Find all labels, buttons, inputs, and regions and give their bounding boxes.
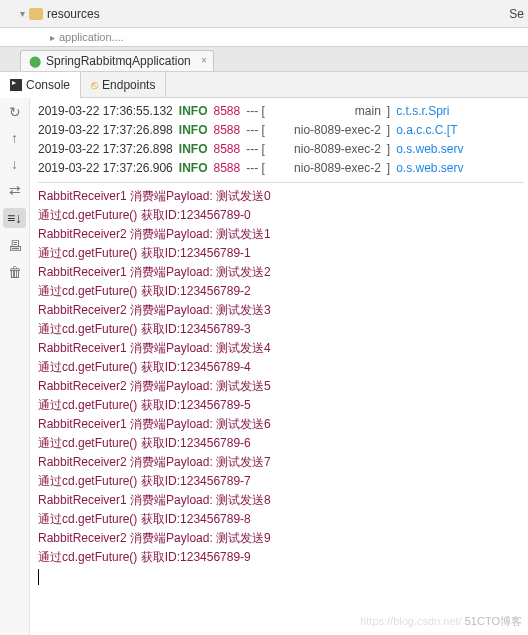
run-icon[interactable]: ↻ [9,104,21,120]
log-line: RabbitReceiver1 消费端Payload: 测试发送0 [38,187,524,206]
log-line: RabbitReceiver2 消费端Payload: 测试发送5 [38,377,524,396]
log-line: 2019-03-22 17:37:26.898 INFO 8588 --- [n… [38,121,524,140]
scroll-end-icon[interactable]: ≡↓ [3,208,26,228]
sub-file-label: application.... [59,31,124,43]
log-line: RabbitReceiver2 消费端Payload: 测试发送7 [38,453,524,472]
log-line: RabbitReceiver1 消费端Payload: 测试发送2 [38,263,524,282]
log-line: RabbitReceiver1 消费端Payload: 测试发送6 [38,415,524,434]
console-output[interactable]: 2019-03-22 17:36:55.132 INFO 8588 --- [m… [30,98,528,635]
resources-folder-node[interactable]: ▾ resources [20,7,100,21]
close-icon[interactable]: × [201,55,207,66]
text-cursor [38,569,39,585]
project-tree-header: ▾ resources Se [0,0,528,28]
log-line: 通过cd.getFuture() 获取ID:123456789-0 [38,206,524,225]
print-icon[interactable]: 🖶 [8,238,22,254]
log-line: 通过cd.getFuture() 获取ID:123456789-2 [38,282,524,301]
console-icon [10,79,22,91]
tool-window-tabs: Console ⎋ Endpoints [0,72,528,98]
log-line: RabbitReceiver2 消费端Payload: 测试发送3 [38,301,524,320]
log-line: RabbitReceiver1 消费端Payload: 测试发送8 [38,491,524,510]
folder-icon [29,8,43,20]
trash-icon[interactable]: 🗑 [8,264,22,280]
log-line: RabbitReceiver2 消费端Payload: 测试发送1 [38,225,524,244]
up-icon[interactable]: ↑ [11,130,18,146]
log-line: 通过cd.getFuture() 获取ID:123456789-4 [38,358,524,377]
wrap-icon[interactable]: ⇄ [9,182,21,198]
console-panel: ↻ ↑ ↓ ⇄ ≡↓ 🖶 🗑 2019-03-22 17:36:55.132 I… [0,98,528,635]
log-line: 通过cd.getFuture() 获取ID:123456789-9 [38,548,524,567]
sub-file-node[interactable]: ▸ application.... [0,28,528,46]
editor-tab-bar: ⬤ SpringRabbitmqApplication × [0,46,528,72]
log-line: 通过cd.getFuture() 获取ID:123456789-1 [38,244,524,263]
tab-console[interactable]: Console [0,72,81,98]
console-gutter: ↻ ↑ ↓ ⇄ ≡↓ 🖶 🗑 [0,98,30,635]
tab-endpoints[interactable]: ⎋ Endpoints [81,72,166,98]
log-line: RabbitReceiver2 消费端Payload: 测试发送9 [38,529,524,548]
resources-folder-label: resources [47,7,100,21]
file-tab-label: SpringRabbitmqApplication [46,54,191,68]
down-icon[interactable]: ↓ [11,156,18,172]
spring-leaf-icon: ⬤ [29,55,41,68]
log-line: 通过cd.getFuture() 获取ID:123456789-3 [38,320,524,339]
tab-console-label: Console [26,78,70,92]
log-line: 通过cd.getFuture() 获取ID:123456789-5 [38,396,524,415]
chevron-right-icon: ▸ [50,32,55,43]
log-line: RabbitReceiver1 消费端Payload: 测试发送4 [38,339,524,358]
log-line: 2019-03-22 17:36:55.132 INFO 8588 --- [m… [38,102,524,121]
log-line: 通过cd.getFuture() 获取ID:123456789-7 [38,472,524,491]
watermark: https://blog.csdn.net/ 51CTO博客 [360,612,522,631]
watermark-url: https://blog.csdn.net/ [360,615,462,627]
endpoints-icon: ⎋ [91,78,98,92]
right-truncated-text: Se [509,7,528,21]
chevron-down-icon: ▾ [20,8,25,19]
file-tab-springapp[interactable]: ⬤ SpringRabbitmqApplication × [20,50,214,71]
log-line: 通过cd.getFuture() 获取ID:123456789-6 [38,434,524,453]
log-line: 通过cd.getFuture() 获取ID:123456789-8 [38,510,524,529]
watermark-text: 51CTO博客 [465,615,522,627]
tab-endpoints-label: Endpoints [102,78,155,92]
log-line: 2019-03-22 17:37:26.898 INFO 8588 --- [n… [38,140,524,159]
log-line: 2019-03-22 17:37:26.906 INFO 8588 --- [n… [38,159,524,178]
